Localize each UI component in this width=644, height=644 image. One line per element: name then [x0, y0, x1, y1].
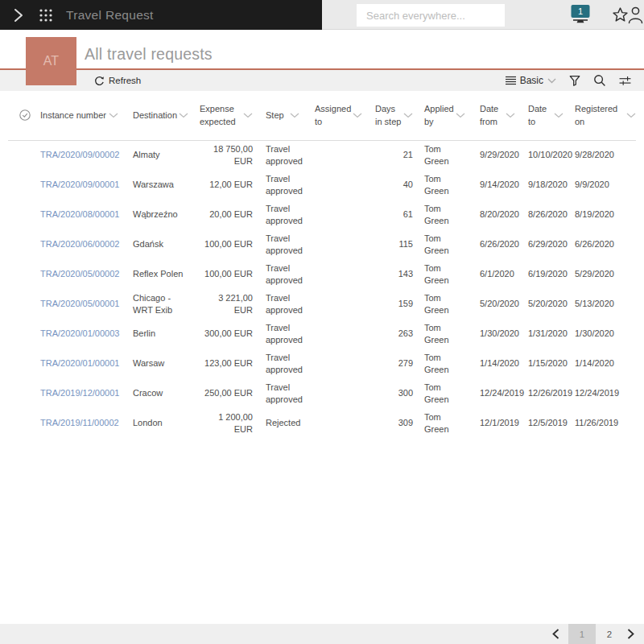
column-header-step[interactable]: Step — [256, 91, 306, 140]
report-settings-button[interactable] — [618, 74, 632, 87]
refresh-icon — [94, 76, 105, 86]
cell-instance-number: TRA/2020/09/00001 — [35, 170, 128, 200]
column-header-instance-number[interactable]: Instance number — [35, 91, 128, 140]
cell-date-from: 5/20/2020 — [470, 289, 520, 319]
instance-number-link[interactable]: TRA/2020/01/00001 — [40, 358, 119, 368]
cell-expense-expected: 123,00 EUR — [195, 349, 256, 378]
instance-number-link[interactable]: TRA/2019/12/00001 — [40, 388, 119, 398]
column-header-expense-expected[interactable]: Expense expected — [195, 91, 256, 140]
cell-destination: Almaty — [128, 140, 195, 170]
cell-applied-by: Tom Green — [415, 170, 470, 200]
cell-date-from: 12/24/2019 — [470, 378, 520, 408]
notification-badge-count: 1 — [578, 6, 583, 16]
sort-chevron-icon[interactable] — [456, 113, 465, 118]
cell-registered-on: 9/28/2020 — [570, 140, 644, 170]
table-row: TRA/2020/01/00001 Warsaw 123,00 EUR Trav… — [0, 349, 644, 378]
page-button-2[interactable]: 2 — [601, 624, 617, 644]
cell-destination: Berlin — [128, 319, 195, 349]
cell-assigned-to — [306, 408, 367, 438]
column-header-date-from[interactable]: Date from — [470, 91, 520, 140]
cell-step: Rejected — [256, 408, 306, 438]
cell-date-from: 9/29/2020 — [470, 140, 520, 170]
refresh-button[interactable]: Refresh — [94, 70, 141, 91]
sliders-icon — [618, 74, 632, 87]
cell-destination: London — [128, 408, 195, 438]
cell-date-from: 6/1/2020 — [470, 259, 520, 289]
sort-chevron-icon[interactable] — [109, 113, 118, 118]
next-page-button[interactable] — [623, 624, 638, 644]
cell-date-from: 6/26/2020 — [470, 229, 520, 259]
sort-chevron-icon[interactable] — [506, 113, 515, 118]
instance-number-link[interactable]: TRA/2020/08/00001 — [40, 209, 119, 219]
sort-chevron-icon[interactable] — [403, 113, 413, 118]
cell-date-to: 8/26/2020 — [520, 200, 570, 229]
table-row: TRA/2020/08/00001 Wąbrzeźno 20,00 EUR Tr… — [0, 200, 644, 229]
cell-select — [0, 200, 35, 229]
column-header-assigned-to[interactable]: Assigned to — [306, 91, 367, 140]
pagination-bar: 1 2 — [0, 624, 644, 644]
instance-number-link[interactable]: TRA/2020/05/00002 — [40, 269, 119, 279]
instance-number-link[interactable]: TRA/2020/05/00001 — [40, 299, 119, 308]
sort-chevron-icon[interactable] — [626, 113, 636, 118]
table-row: TRA/2019/12/00001 Cracow 250,00 EUR Trav… — [0, 378, 644, 408]
filter-button[interactable] — [568, 74, 581, 87]
instance-number-link[interactable]: TRA/2020/01/00003 — [40, 328, 119, 338]
top-bar: Travel Request 1 — [0, 0, 644, 30]
column-header-date-to[interactable]: Date to — [520, 91, 570, 140]
instance-number-link[interactable]: TRA/2020/06/00002 — [40, 239, 119, 249]
cell-days-in-step: 143 — [367, 259, 415, 289]
app-title: Travel Request — [66, 8, 154, 23]
search-in-report-button[interactable] — [593, 74, 606, 87]
cell-date-to: 5/20/2020 — [520, 289, 570, 319]
cell-instance-number: TRA/2020/05/00001 — [35, 289, 128, 319]
cell-date-from: 9/14/2020 — [470, 170, 520, 200]
table-row: TRA/2020/05/00002 Reflex Polen 100,00 EU… — [0, 259, 644, 289]
cell-registered-on: 8/19/2020 — [570, 200, 644, 229]
list-view-icon — [506, 76, 516, 85]
page-button-1[interactable]: 1 — [568, 624, 596, 644]
cell-date-to: 1/15/2020 — [520, 349, 570, 378]
view-mode-selector[interactable]: Basic — [506, 75, 556, 86]
instance-number-link[interactable]: TRA/2020/09/00002 — [40, 150, 119, 159]
cell-assigned-to — [306, 229, 367, 259]
global-search-box — [357, 4, 505, 27]
cell-expense-expected: 300,00 EUR — [195, 319, 256, 349]
sort-chevron-icon[interactable] — [554, 113, 564, 118]
cell-assigned-to — [306, 170, 367, 200]
toolbar-right-group: Basic — [506, 70, 632, 91]
cell-registered-on: 5/29/2020 — [570, 259, 644, 289]
instance-number-link[interactable]: TRA/2020/09/00001 — [40, 180, 119, 189]
column-header-destination[interactable]: Destination — [128, 91, 195, 140]
previous-page-button[interactable] — [548, 624, 563, 644]
instance-number-link[interactable]: TRA/2019/11/00002 — [40, 418, 119, 427]
cell-date-to: 10/10/2020 — [520, 140, 570, 170]
user-profile-icon[interactable] — [627, 6, 644, 24]
circle-check-icon — [19, 109, 31, 121]
sort-chevron-icon[interactable] — [243, 113, 253, 118]
sort-chevron-icon[interactable] — [179, 113, 188, 118]
cell-date-from: 12/1/2019 — [470, 408, 520, 438]
chevron-left-icon — [552, 629, 559, 639]
select-all-header[interactable] — [0, 91, 35, 140]
cell-registered-on: 9/9/2020 — [570, 170, 644, 200]
view-mode-label: Basic — [520, 75, 543, 86]
sidebar-expand-chevron-icon[interactable] — [10, 6, 27, 24]
avatar-initials: AT — [43, 54, 59, 68]
column-header-days-in-step[interactable]: Days in step — [367, 91, 415, 140]
column-header-registered-on[interactable]: Registered on — [570, 91, 644, 140]
travel-requests-table: Instance number Destination Expense expe… — [0, 91, 644, 438]
column-header-applied-by[interactable]: Applied by — [415, 91, 470, 140]
cell-select — [0, 319, 35, 349]
cell-select — [0, 229, 35, 259]
funnel-icon — [568, 74, 581, 87]
cell-assigned-to — [306, 319, 367, 349]
app-switcher-grid-icon[interactable] — [38, 7, 54, 23]
header-divider — [8, 140, 636, 141]
table-header-row: Instance number Destination Expense expe… — [0, 91, 644, 140]
cell-assigned-to — [306, 349, 367, 378]
sort-chevron-icon[interactable] — [290, 113, 299, 118]
sort-chevron-icon[interactable] — [353, 113, 362, 118]
search-input[interactable] — [357, 10, 508, 22]
cell-applied-by: Tom Green — [415, 229, 470, 259]
notifications-bell-icon[interactable]: 1 — [569, 4, 592, 26]
